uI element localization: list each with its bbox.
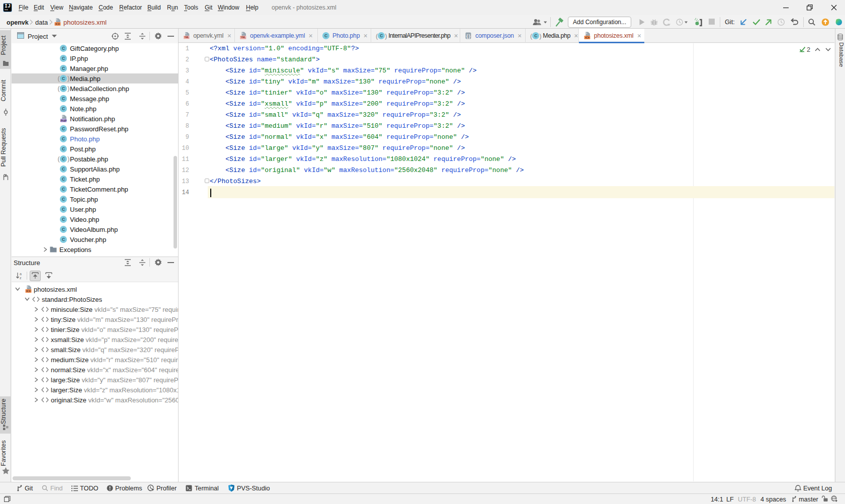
svg-text:<>: <> [26, 289, 31, 293]
svg-text:{ }: { } [466, 34, 471, 39]
svg-text:PHP: PHP [60, 119, 66, 122]
svg-text:YML: YML [184, 36, 189, 39]
svg-text:<>: <> [585, 35, 589, 40]
svg-text:<>: <> [55, 22, 60, 26]
svg-text:z: z [20, 276, 22, 280]
svg-text:a: a [20, 272, 22, 276]
svg-text:YML: YML [240, 36, 245, 39]
